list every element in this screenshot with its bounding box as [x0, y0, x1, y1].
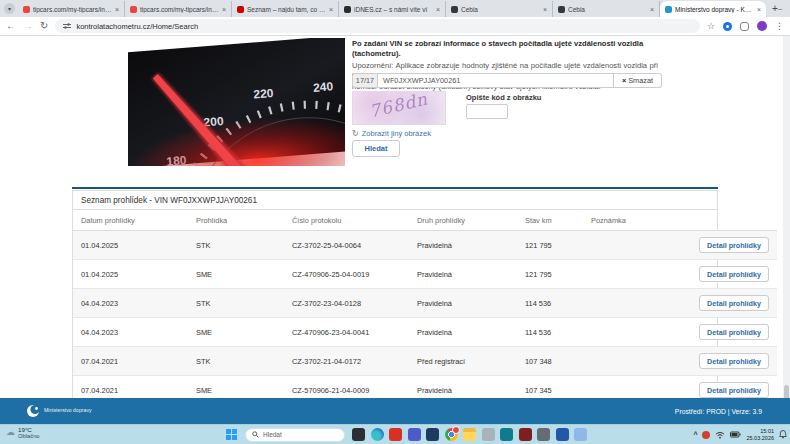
table-header-row: Datum prohlídkyProhlídkaČíslo protokoluD…: [73, 210, 777, 231]
taskbar-icon-teams[interactable]: [408, 428, 421, 441]
cell-km: 107 345: [517, 376, 583, 399]
cell-type: STK: [188, 347, 284, 376]
system-tray: ^ 15:01 25.03.2026: [693, 425, 787, 444]
detail-button[interactable]: Detail prohlídky: [699, 382, 769, 398]
reload-icon[interactable]: ↻: [40, 21, 48, 31]
minimize-button[interactable]: –: [778, 0, 782, 17]
taskbar-icon-app-black[interactable]: [352, 428, 365, 441]
environment-version-label: Prostředí: PROD | Verze: 3.9: [675, 408, 762, 415]
extensions-menu-icon[interactable]: [740, 22, 749, 31]
gauge-number: 220: [253, 86, 274, 102]
taskbar-icon-app-maroon[interactable]: [519, 428, 532, 441]
captcha-image: 768dn: [352, 91, 446, 125]
cell-note: [583, 260, 671, 289]
extension-icon[interactable]: [723, 22, 732, 31]
profile-avatar[interactable]: [757, 21, 767, 31]
cell-kind: Pravidelná: [409, 260, 517, 289]
inspection-row: 07.04.2021 STK CZ-3702-21-04-0172 Před r…: [73, 347, 777, 376]
gauge-number: 240: [313, 79, 334, 95]
cell-date: 04.04.2023: [73, 318, 188, 347]
cell-type: STK: [188, 231, 284, 260]
tab-favicon-icon: [23, 6, 30, 13]
tab-close-icon[interactable]: ×: [436, 6, 440, 13]
column-header: Datum prohlídky: [73, 210, 188, 231]
tray-app-icon[interactable]: [702, 431, 710, 439]
start-button[interactable]: [226, 429, 238, 441]
taskbar-icon-chrome[interactable]: [445, 428, 458, 441]
cell-kind: Pravidelná: [409, 231, 517, 260]
cell-protocol: CZ-570906-21-04-0009: [284, 376, 409, 399]
intro-bold-line: Po zadání VIN se zobrazí informace o sta…: [352, 39, 658, 60]
tab-close-icon[interactable]: ×: [757, 6, 761, 13]
detail-button[interactable]: Detail prohlídky: [699, 324, 769, 340]
forward-icon[interactable]: →: [23, 21, 33, 31]
tray-chevron-up-icon[interactable]: ^: [693, 431, 697, 438]
taskbar-icon-app-blue[interactable]: [556, 428, 569, 441]
wifi-icon[interactable]: [715, 431, 725, 439]
clock-date: 25.03.2026: [746, 435, 774, 442]
taskbar-icon-app-slate[interactable]: [537, 428, 550, 441]
detail-button[interactable]: Detail prohlídky: [699, 353, 769, 369]
column-header: Stav km: [517, 210, 583, 231]
taskbar-icon-app-navy[interactable]: [426, 428, 439, 441]
browser-toolbar: ← → ↻ kontrolatachometru.cz/Home/Search …: [0, 17, 790, 36]
taskbar-icon-app-red[interactable]: [389, 428, 402, 441]
notification-bell-icon[interactable]: [779, 430, 787, 439]
vin-input[interactable]: WF0JXXWPJJAY00261: [378, 73, 614, 88]
panel-title: Seznam prohlídek - VIN WF0JXXWPJJAY00261: [73, 191, 717, 210]
tab-title: Seznam – najdu tam, co nezn: [247, 6, 326, 13]
scrollbar-track[interactable]: [783, 36, 790, 398]
browser-tab[interactable]: tipcars.com/my-tipcars/inzer ×: [18, 1, 125, 17]
bookmark-star-icon[interactable]: ☆: [707, 21, 715, 31]
cell-protocol: CZ-3702-25-04-0064: [284, 231, 409, 260]
cell-note: [583, 231, 671, 260]
tab-close-icon[interactable]: ×: [543, 6, 547, 13]
browser-tab[interactable]: iDNES.cz – s námi víte ví ×: [339, 1, 446, 17]
search-button[interactable]: Hledat: [352, 140, 400, 157]
taskbar-clock[interactable]: 15:01 25.03.2026: [746, 428, 774, 441]
column-header: Číslo protokolu: [284, 210, 409, 231]
taskbar-weather-widget[interactable]: ☁ 19°C Oblačno: [6, 426, 40, 440]
browser-tab[interactable]: Cebia ×: [553, 1, 660, 17]
clear-vin-button[interactable]: × Smazat: [614, 73, 662, 88]
inspections-panel: Seznam prohlídek - VIN WF0JXXWPJJAY00261…: [72, 190, 718, 398]
inspection-row: 01.04.2025 STK CZ-3702-25-04-0064 Pravid…: [73, 231, 777, 260]
browser-tab[interactable]: Ministerstvo dopravy - Kontro ×: [660, 1, 766, 17]
battery-icon[interactable]: [730, 431, 741, 438]
browser-menu-icon[interactable]: ⋮: [775, 21, 784, 31]
tab-close-icon[interactable]: ×: [650, 6, 654, 13]
tab-favicon-icon: [130, 6, 137, 13]
taskbar-icon-app-teal[interactable]: [500, 428, 513, 441]
tab-title: Ministerstvo dopravy - Kontro: [675, 6, 754, 13]
detail-button[interactable]: Detail prohlídky: [699, 295, 769, 311]
taskbar-icon-edge[interactable]: [371, 428, 384, 441]
taskbar-icon-window-switcher[interactable]: [574, 428, 587, 441]
taskbar-icon-app-gray[interactable]: [482, 428, 495, 441]
tab-close-icon[interactable]: ×: [329, 6, 333, 13]
column-header: Druh prohlídky: [409, 210, 517, 231]
taskbar-search[interactable]: Hledat: [245, 428, 345, 442]
tab-close-icon[interactable]: ×: [115, 6, 119, 13]
browser-tab[interactable]: tipcars.com/my-tipcars/inzer ×: [125, 1, 232, 17]
cell-type: STK: [188, 289, 284, 318]
browser-tab[interactable]: Seznam – najdu tam, co nezn ×: [232, 1, 339, 17]
clear-label: Smazat: [628, 76, 653, 85]
browser-tab[interactable]: Cebia ×: [446, 1, 553, 17]
captcha-input[interactable]: [466, 104, 508, 119]
ministry-logo-icon: [26, 404, 40, 418]
tab-search-button[interactable]: ▾: [4, 3, 15, 14]
back-icon[interactable]: ←: [6, 21, 16, 31]
address-bar[interactable]: kontrolatachometru.cz/Home/Search: [55, 19, 700, 33]
speedometer-photo: 180 200 220 240: [128, 38, 345, 166]
scrollbar-thumb[interactable]: [784, 385, 789, 398]
vin-char-counter: 17/17: [352, 73, 378, 88]
site-info-icon[interactable]: [63, 22, 71, 30]
refresh-link-label: Zobrazit jiný obrázek: [362, 129, 431, 138]
cell-kind: Před registrací: [409, 347, 517, 376]
detail-button[interactable]: Detail prohlídky: [699, 237, 769, 253]
weather-temp: 19°C: [18, 426, 40, 433]
taskbar-icon-file-explorer[interactable]: [463, 428, 476, 441]
refresh-captcha-link[interactable]: ↻ Zobrazit jiný obrázek: [352, 129, 431, 138]
tab-close-icon[interactable]: ×: [222, 6, 226, 13]
detail-button[interactable]: Detail prohlídky: [699, 266, 769, 282]
